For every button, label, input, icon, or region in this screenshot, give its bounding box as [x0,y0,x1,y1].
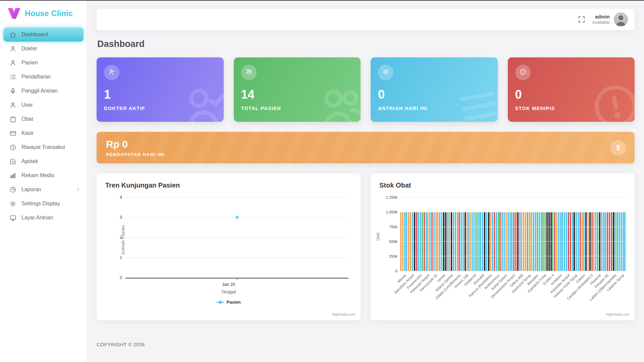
bar-chart-y-axis-title: Unit [376,232,380,241]
stat-card-icon-circle [104,65,119,80]
x-axis-label-omeric-100: Omeric 100 [463,271,470,311]
sidebar-item-label: Settings Display [21,201,81,207]
sidebar-item-label: Apotek [21,158,81,164]
legend-marker-icon [217,300,224,304]
y-axis-tick-label: 2 [120,235,122,240]
charts-row: Tren Kunjungan Pasien Jumlah Pasien 0123… [97,173,635,320]
x-axis-label-benodex: Benodex [532,271,540,311]
credit-card-icon [9,130,16,137]
list-lines-icon [382,68,389,77]
y-axis-tick-label: 250k [389,254,397,258]
stat-cards-row: 1DOKTER AKTIF14TOTAL PASIEN0ANTRIAN HARI… [97,57,635,122]
y-axis-tick-label: 3 [120,215,122,220]
bar-chart-plot [400,197,626,271]
sidebar-item-obat[interactable]: Obat [0,112,87,126]
gridline [400,241,626,242]
stat-card-icon-circle [241,65,257,80]
pie-chart-icon [9,186,16,193]
x-axis-label-nitacur-sachet: Nitacur Sachet [447,271,454,311]
stat-card-icon-circle [515,65,531,80]
sidebar-item-dokter[interactable]: Dokter [0,42,87,56]
monitor-icon [9,214,16,221]
bar-chart-bars [400,197,626,271]
line-chart-x-axis-title: Tanggal [105,290,352,294]
y-axis-tick-label: 1,250k [386,195,397,199]
brand-name: House Clinic [25,9,73,18]
topbar: admin Available [97,9,635,30]
gridline [125,258,348,258]
y-axis-tick-label: 750k [389,225,397,229]
y-axis-tick-label: 0 [395,269,397,273]
sidebar-item-kasir[interactable]: Kasir [0,126,87,140]
gridline [400,227,626,227]
gridline [125,217,348,218]
sidebar-menu: DashboardDokterPasienPendaftaranPanggil … [0,25,87,227]
sidebar-item-riwayat-transaksi[interactable]: Riwayat Transaksi [0,140,87,154]
page-title: Dashboard [97,39,634,49]
users-icon [245,68,253,77]
fullscreen-button[interactable] [577,15,586,24]
sidebar-item-pasien[interactable]: Pasien [0,56,87,70]
gridline [125,238,348,238]
footer-copyright: COPYRIGHT © 2026 [97,342,635,354]
user-meta: admin Available [592,14,610,25]
x-axis-label-pehacain-ampul: Pehacain Ampul [424,271,431,311]
calendar-icon [9,116,16,123]
sidebar-item-label: Pasien [21,60,81,66]
stat-card-stok-menipis: 0STOK MENIPIS [508,57,635,122]
sidebar-item-user[interactable]: User [0,98,87,112]
revenue-label: PENDAPATAN HARI INI [106,152,165,157]
sidebar-item-panggil-antrian[interactable]: Panggil Antrian [0,84,87,98]
y-axis-tick-label: 1,000k [386,210,397,214]
x-axis-label-ketorolac-ampul: Ketorolac Ampul [564,271,571,311]
line-chart-plot: Jumlah Pasien 01234 [125,197,348,278]
check-square-icon [9,158,16,165]
sidebar-item-pendaftaran[interactable]: Pendaftaran [0,70,87,84]
gear-icon [9,200,16,207]
sidebar-item-label: Laporan [21,187,70,193]
sidebar-item-label: Pendaftaran [21,74,81,80]
fullscreen-icon [578,16,585,23]
user-menu[interactable]: admin Available [592,12,628,27]
sidebar-item-apotek[interactable]: Apotek [0,154,87,168]
alert-circle-icon [519,68,527,77]
x-axis-label-mexon: Mexon [400,271,408,311]
alert-circle-icon [585,75,635,122]
highcharts-credit: Highcharts.com [606,313,629,316]
legend-item-pasien[interactable]: Pasien [105,300,352,305]
sidebar-item-label: Obat [21,116,81,122]
x-axis-label-erphatrim-forte: Erphatrim Forte [540,271,548,311]
brand-logo-icon [7,7,21,19]
person-icon [9,45,16,52]
list-lines-icon [447,75,497,122]
line-chart-y-axis-title: Jumlah Pasien [121,225,125,255]
avatar[interactable] [614,12,628,27]
sidebar-item-label: Dokter [21,46,81,52]
x-axis-label-rematof: Rematof [478,271,486,311]
chevron-right-icon [75,187,81,192]
bar-chart-icon [9,172,16,179]
y-axis-tick-label: 0 [120,275,122,280]
gridline [400,212,626,212]
sidebar-item-laporan[interactable]: Laporan [0,183,87,197]
line-chart-title: Tren Kunjungan Pasien [105,182,352,189]
sidebar-item-label: Dashboard [21,32,81,38]
sidebar-item-dashboard[interactable]: Dashboard [3,28,84,42]
users-icon [311,75,361,122]
main-content: admin Available Dashboard 1DOKTER AKTIF1… [87,0,644,362]
x-axis-label-asetyl-sistein: Asetyl Sistein [501,271,509,311]
chart-card-tren-kunjungan: Tren Kunjungan Pasien Jumlah Pasien 0123… [97,173,361,320]
sidebar-item-settings-display[interactable]: Settings Display [0,197,87,211]
legend-label: Pasien [227,300,241,305]
stat-card-dokter-aktif: 1DOKTER AKTIF [97,57,224,122]
y-axis-tick-label: 1 [120,255,122,260]
sidebar-item-rekam-medis[interactable]: Rekam Medis [0,168,87,183]
line-chart-x-tick [237,278,237,280]
clock-icon [9,144,16,151]
sidebar-item-layar-antrian[interactable]: Layar Antrian [0,211,87,225]
sidebar-item-label: Riwayat Transaksi [21,144,81,150]
sidebar: House Clinic DashboardDokterPasienPendaf… [0,0,87,362]
revenue-banner: Rp 0 PENDAPATAN HARI INI $ [97,132,635,163]
y-axis-tick-label: 500k [389,240,397,244]
bar-chart-title: Stok Obat [379,182,626,189]
